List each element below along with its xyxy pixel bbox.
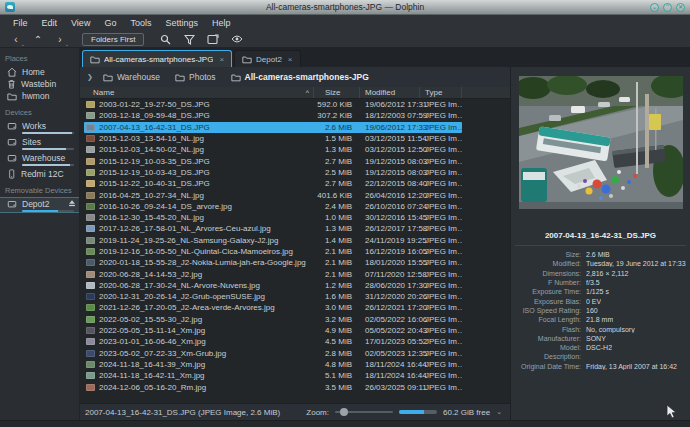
split-view-icon[interactable] xyxy=(202,32,224,46)
column-headers: Name ^ Size Modified Type xyxy=(80,87,510,99)
filter-icon[interactable] xyxy=(178,32,200,46)
table-row[interactable]: 2020-06-28_17-30-24_NL-Arvore-Nuvens.jpg… xyxy=(84,280,462,291)
tab-all-cameras-smartphones-jpg[interactable]: All-cameras-smartphones-JPG× xyxy=(82,50,232,67)
menu-view[interactable]: View xyxy=(64,18,97,28)
folders-first-button[interactable]: Folders First xyxy=(82,33,144,46)
column-header-name[interactable]: Name ^ xyxy=(80,87,314,98)
tab-label: All-cameras-smartphones-JPG xyxy=(104,55,213,64)
file-name: 2016-10-26_09-24-14_DS_arvore.jpg xyxy=(99,202,232,211)
table-row[interactable]: 2022-05-02_15-55-30_J2.jpg3.2 MiB02/05/2… xyxy=(84,314,462,325)
table-row[interactable]: 2024-11-18_16-42-11_Xm.jpg5.1 MiB18/11/2… xyxy=(84,370,462,381)
table-row[interactable]: 2017-12-26_17-58-01_NL_Arvores-Ceu-azul.… xyxy=(84,223,462,234)
table-row[interactable]: 2019-11-24_19-25-26_NL-Samsung-Galaxy-J2… xyxy=(84,235,462,246)
breadcrumb-item-warehouse[interactable]: Warehouse xyxy=(96,69,167,85)
table-row[interactable]: 2007-04-13_16-42-31_DS.JPG2.6 MiB19/06/2… xyxy=(84,122,462,133)
maximize-button[interactable]: ⌃ xyxy=(663,3,672,12)
file-name: 2022-05-02_15-55-30_J2.jpg xyxy=(99,315,202,324)
table-row[interactable]: 2020-12-31_20-26-14_J2-Grub-openSUSE.jpg… xyxy=(84,291,462,302)
table-row[interactable]: 2015-12-19_10-03-43_DS.JPG2.5 MiB19/12/2… xyxy=(84,167,462,178)
tab-close-icon[interactable]: × xyxy=(288,55,293,64)
free-space-chevron-icon[interactable]: ⌄ xyxy=(496,408,502,416)
breadcrumb-label: Warehouse xyxy=(117,72,160,82)
sidebar-item-home[interactable]: Home xyxy=(0,66,79,78)
folder-icon xyxy=(175,73,185,82)
sidebar-item-wastebin[interactable]: Wastebin xyxy=(0,78,79,90)
table-row[interactable]: 2020-06-28_14-14-53_J2.jpg2.1 MiB07/11/2… xyxy=(84,268,462,279)
table-row[interactable]: 2015-12-03_14-50-02_NL.jpg1.3 MiB03/12/2… xyxy=(84,144,462,155)
file-name: 2015-12-03_13-54-16_NL.jpg xyxy=(99,134,204,143)
capacity-bar xyxy=(22,210,74,212)
file-thumbnail-icon xyxy=(86,214,95,221)
file-thumbnail-icon xyxy=(86,271,95,278)
file-size: 3.0 MiB xyxy=(314,303,360,312)
menu-edit[interactable]: Edit xyxy=(35,18,65,28)
table-row[interactable]: 2016-04-25_10-27-34_NL.jpg401.6 KiB26/04… xyxy=(84,189,462,200)
table-row[interactable]: 2019-12-16_16-05-50_NL-Quintal-Cica-Mamo… xyxy=(84,246,462,257)
column-header-size[interactable]: Size xyxy=(314,87,360,98)
table-row[interactable]: 2015-12-03_13-54-16_NL.jpg1.5 MiB03/12/2… xyxy=(84,133,462,144)
file-thumbnail-icon xyxy=(86,338,95,345)
menu-settings[interactable]: Settings xyxy=(158,18,205,28)
sidebar-item-warehouse[interactable]: Warehouse xyxy=(0,152,79,166)
dolphin-window: All-cameras-smartphones-JPG — Dolphin ⌄ … xyxy=(0,0,690,427)
sidebar-item-hwmon[interactable]: hwmon xyxy=(0,90,79,102)
file-name: 2024-11-18_16-41-39_Xm.jpg xyxy=(99,360,205,369)
sidebar-item-depot2[interactable]: Depot2 xyxy=(0,198,79,212)
sidebar-item-redmi-12c[interactable]: Redmi 12C xyxy=(0,168,79,180)
breadcrumb-root-chevron-icon[interactable]: ❯ xyxy=(85,73,95,81)
menu-tools[interactable]: Tools xyxy=(123,18,158,28)
table-row[interactable]: 2015-12-19_10-03-35_DS.JPG2.7 MiB19/12/2… xyxy=(84,155,462,166)
table-row[interactable]: 2015-12-22_10-40-31_DS.JPG2.7 MiB22/12/2… xyxy=(84,178,462,189)
close-button[interactable]: ✕ xyxy=(676,3,685,12)
status-bar: 2007-04-13_16-42-31_DS.JPG (JPEG Image, … xyxy=(80,403,510,420)
column-header-modified[interactable]: Modified xyxy=(360,87,420,98)
menu-file[interactable]: File xyxy=(6,18,35,28)
table-row[interactable]: 2024-11-18_16-41-39_Xm.jpg4.8 MiB18/11/2… xyxy=(84,359,462,370)
sidebar-item-works[interactable]: Works xyxy=(0,120,79,134)
file-modified: 22/12/2015 08:40 xyxy=(360,179,420,188)
eject-button[interactable] xyxy=(68,199,76,209)
table-row[interactable]: 2020-01-18_15-55-28_J2-Nokia-Lumia-jah-e… xyxy=(84,257,462,268)
table-row[interactable]: 2016-10-26_09-24-14_DS_arvore.jpg2.4 MiB… xyxy=(84,201,462,212)
file-name: 2023-05-02_07-22-33_Xm-Grub.jpg xyxy=(99,349,226,358)
table-row[interactable]: 2023-01-01_16-06-46_Xm.jpg4.5 MiB17/01/2… xyxy=(84,336,462,347)
table-row[interactable]: 2023-05-02_07-22-33_Xm-Grub.jpg2.8 MiB02… xyxy=(84,348,462,359)
forward-button[interactable]: ›⌄ xyxy=(50,32,70,46)
breadcrumb-item-photos[interactable]: Photos xyxy=(168,69,222,85)
tab-depot2[interactable]: Depot2× xyxy=(234,50,300,67)
file-modified: 18/12/2003 07:59 xyxy=(360,111,420,120)
breadcrumb-item-all-cameras-smartphones-jpg[interactable]: All-cameras-smartphones-JPG xyxy=(224,69,376,85)
table-row[interactable]: 2022-05-05_15-11-14_Xm.jpg4.9 MiB05/05/2… xyxy=(84,325,462,336)
tab-bar: All-cameras-smartphones-JPG×Depot2× xyxy=(80,48,690,67)
metadata-row: Modified:Tuesday, 19 June 2012 at 17:33 xyxy=(511,259,688,268)
metadata-label: Modified: xyxy=(511,260,581,267)
file-type: JPEG Im… xyxy=(420,134,462,143)
file-name: 2022-05-05_15-11-14_Xm.jpg xyxy=(99,326,205,335)
file-modified: 18/11/2024 16:44 xyxy=(360,360,420,369)
table-row[interactable]: 2016-12-30_15-45-20_NL.jpg1.0 MiB30/12/2… xyxy=(84,212,462,223)
info-panel-separator xyxy=(515,245,686,246)
information-panel: 2007-04-13_16-42-31_DS.JPG Size:2.6 MiBM… xyxy=(510,67,690,420)
back-button[interactable]: ‹⌄ xyxy=(6,32,26,46)
folder-icon xyxy=(90,55,100,64)
file-size: 2.5 MiB xyxy=(314,168,360,177)
sidebar-item-sites[interactable]: Sites xyxy=(0,136,79,150)
column-type-label: Type xyxy=(425,88,442,97)
table-row[interactable]: 2003-01-22_19-27-50_DS.JPG592.0 KiB19/06… xyxy=(84,99,462,110)
menu-help[interactable]: Help xyxy=(205,18,238,28)
menu-go[interactable]: Go xyxy=(97,18,123,28)
search-icon[interactable] xyxy=(154,32,176,46)
zoom-slider-handle[interactable] xyxy=(340,408,348,416)
table-row[interactable]: 2024-12-06_05-16-20_Rm.jpg3.5 MiB26/03/2… xyxy=(84,381,462,392)
zoom-slider[interactable] xyxy=(335,411,393,413)
minimize-button[interactable]: ⌄ xyxy=(650,3,659,12)
preview-eye-icon[interactable] xyxy=(226,32,248,46)
menubar: FileEditViewGoToolsSettingsHelp xyxy=(0,15,690,31)
up-button[interactable]: ⌃ xyxy=(28,32,48,46)
table-row[interactable]: 2021-12-26_17-20-05_J2-Area-verde-Arvore… xyxy=(84,302,462,313)
file-thumbnail-icon xyxy=(86,327,95,334)
places-panel: PlacesHomeWastebinhwmonDevicesWorksSites… xyxy=(0,48,80,420)
table-row[interactable]: 2003-12-18_09-59-48_DS.JPG307.2 KiB18/12… xyxy=(84,110,462,121)
tab-close-icon[interactable]: × xyxy=(219,55,224,64)
column-header-type[interactable]: Type xyxy=(420,87,462,98)
